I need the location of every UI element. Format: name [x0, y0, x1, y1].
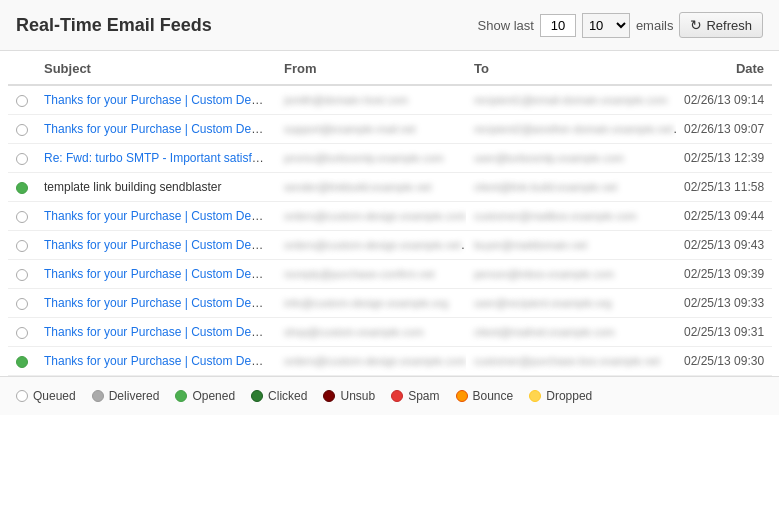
legend-item-unsub: Unsub — [323, 389, 375, 403]
legend-item-bounce: Bounce — [456, 389, 514, 403]
from-text: sender@linkbuild.example.net — [284, 181, 432, 193]
to-text: buyer@maildomain.net — [474, 239, 587, 251]
subject-link[interactable]: Thanks for your Purchase | Custom Design… — [44, 238, 276, 252]
to-cell: recipient1@email-domain.example.com — [466, 85, 676, 115]
date-cell: 02/25/13 09:30 — [676, 347, 772, 376]
header: Real-Time Email Feeds Show last 10 25 50… — [0, 0, 779, 51]
app-container: Real-Time Email Feeds Show last 10 25 50… — [0, 0, 779, 415]
from-text: support@example-mail.net — [284, 123, 416, 135]
subject-cell: template link building sendblaster — [36, 173, 276, 202]
subject-cell[interactable]: Thanks for your Purchase | Custom Design… — [36, 231, 276, 260]
subject-cell[interactable]: Thanks for your Purchase | Custom Design… — [36, 289, 276, 318]
from-cell: noreply@purchase-confirm.net — [276, 260, 466, 289]
legend-dot-spam — [391, 390, 403, 402]
from-cell: support@example-mail.net — [276, 115, 466, 144]
subject-link[interactable]: Thanks for your Purchase | Custom Design… — [44, 296, 276, 310]
from-text: jsmith@domain-host.com — [284, 94, 408, 106]
from-cell: orders@custom-design.example.com — [276, 202, 466, 231]
status-cell — [8, 289, 36, 318]
page-title: Real-Time Email Feeds — [16, 15, 212, 36]
date-cell: 02/25/13 09:31 — [676, 318, 772, 347]
legend-item-dropped: Dropped — [529, 389, 592, 403]
subject-cell[interactable]: Thanks for your Purchase | Custom Design… — [36, 202, 276, 231]
subject-cell[interactable]: Thanks for your Purchase | Custom Design… — [36, 318, 276, 347]
subject-link[interactable]: Thanks for your Purchase | Custom Design… — [44, 267, 276, 281]
show-last-input[interactable] — [540, 14, 576, 37]
from-cell: info@custom-design.example.org — [276, 289, 466, 318]
to-cell: person@inbox-example.com — [466, 260, 676, 289]
legend-label-clicked: Clicked — [268, 389, 307, 403]
to-cell: client@link-build.example.net — [466, 173, 676, 202]
status-cell — [8, 260, 36, 289]
table-header-row: Subject From To Date — [8, 51, 772, 85]
subject-cell[interactable]: Thanks for your Purchase | Custom Design… — [36, 260, 276, 289]
legend-label-bounce: Bounce — [473, 389, 514, 403]
from-text: info@custom-design.example.org — [284, 297, 448, 309]
legend-dot-unsub — [323, 390, 335, 402]
from-cell: orders@custom-design.example.com — [276, 347, 466, 376]
subject-link[interactable]: Thanks for your Purchase | Custom Design… — [44, 354, 276, 368]
subject-cell[interactable]: Thanks for your Purchase | Custom Design… — [36, 115, 276, 144]
subject-link[interactable]: Thanks for your Purchase | Custom Design… — [44, 93, 276, 107]
subject-cell[interactable]: Thanks for your Purchase | Custom Design… — [36, 347, 276, 376]
status-dot — [16, 211, 28, 223]
legend-item-spam: Spam — [391, 389, 439, 403]
subject-link[interactable]: Thanks for your Purchase | Custom Design… — [44, 209, 276, 223]
to-cell: user@recipient.example.org — [466, 289, 676, 318]
subject-link[interactable]: Thanks for your Purchase | Custom Design… — [44, 122, 276, 136]
from-cell: promo@turbosmtp.example.com — [276, 144, 466, 173]
from-text: promo@turbosmtp.example.com — [284, 152, 444, 164]
from-text: noreply@purchase-confirm.net — [284, 268, 435, 280]
table-row: Thanks for your Purchase | Custom Design… — [8, 231, 772, 260]
legend: QueuedDeliveredOpenedClickedUnsubSpamBou… — [0, 376, 779, 415]
to-cell: customer@purchase-box.example.net — [466, 347, 676, 376]
date-cell: 02/25/13 11:58 — [676, 173, 772, 202]
status-dot — [16, 95, 28, 107]
status-cell — [8, 202, 36, 231]
refresh-button[interactable]: ↻ Refresh — [679, 12, 763, 38]
from-cell: shop@custom-example.com — [276, 318, 466, 347]
date-cell: 02/25/13 09:44 — [676, 202, 772, 231]
status-cell — [8, 85, 36, 115]
show-last-select[interactable]: 10 25 50 100 — [582, 13, 630, 38]
status-dot — [16, 356, 28, 368]
status-dot — [16, 298, 28, 310]
to-text: customer@purchase-box.example.net — [474, 355, 660, 367]
legend-label-spam: Spam — [408, 389, 439, 403]
from-cell: orders@custom-design.example.net — [276, 231, 466, 260]
subject-link[interactable]: Re: Fwd: turbo SMTP - Important satisfac… — [44, 151, 275, 165]
email-table: Subject From To Date Thanks for your Pur… — [8, 51, 772, 376]
from-text: orders@custom-design.example.com — [284, 210, 466, 222]
status-dot — [16, 240, 28, 252]
subject-cell[interactable]: Thanks for your Purchase | Custom Design… — [36, 85, 276, 115]
status-cell — [8, 347, 36, 376]
to-text: user@recipient.example.org — [474, 297, 612, 309]
legend-dot-dropped — [529, 390, 541, 402]
col-header-from: From — [276, 51, 466, 85]
legend-dot-bounce — [456, 390, 468, 402]
legend-label-queued: Queued — [33, 389, 76, 403]
legend-label-dropped: Dropped — [546, 389, 592, 403]
emails-label: emails — [636, 18, 674, 33]
subject-text: template link building sendblaster — [44, 180, 221, 194]
to-text: customer@mailbox.example.com — [474, 210, 637, 222]
header-controls: Show last 10 25 50 100 emails ↻ Refresh — [478, 12, 763, 38]
to-text: recipient2@another-domain.example.net — [474, 123, 673, 135]
status-cell — [8, 115, 36, 144]
date-cell: 02/25/13 09:33 — [676, 289, 772, 318]
to-cell: user@turbosmtp.example.com — [466, 144, 676, 173]
legend-item-delivered: Delivered — [92, 389, 160, 403]
subject-link[interactable]: Thanks for your Purchase | Custom Design… — [44, 325, 276, 339]
from-text: orders@custom-design.example.com — [284, 355, 466, 367]
date-cell: 02/25/13 12:39 — [676, 144, 772, 173]
email-table-container: Subject From To Date Thanks for your Pur… — [0, 51, 779, 376]
date-cell: 02/25/13 09:39 — [676, 260, 772, 289]
date-cell: 02/25/13 09:43 — [676, 231, 772, 260]
from-cell: jsmith@domain-host.com — [276, 85, 466, 115]
to-text: recipient1@email-domain.example.com — [474, 94, 667, 106]
table-row: Thanks for your Purchase | Custom Design… — [8, 85, 772, 115]
subject-cell[interactable]: Re: Fwd: turbo SMTP - Important satisfac… — [36, 144, 276, 173]
status-dot — [16, 182, 28, 194]
col-header-date: Date — [676, 51, 772, 85]
table-row: Thanks for your Purchase | Custom Design… — [8, 347, 772, 376]
